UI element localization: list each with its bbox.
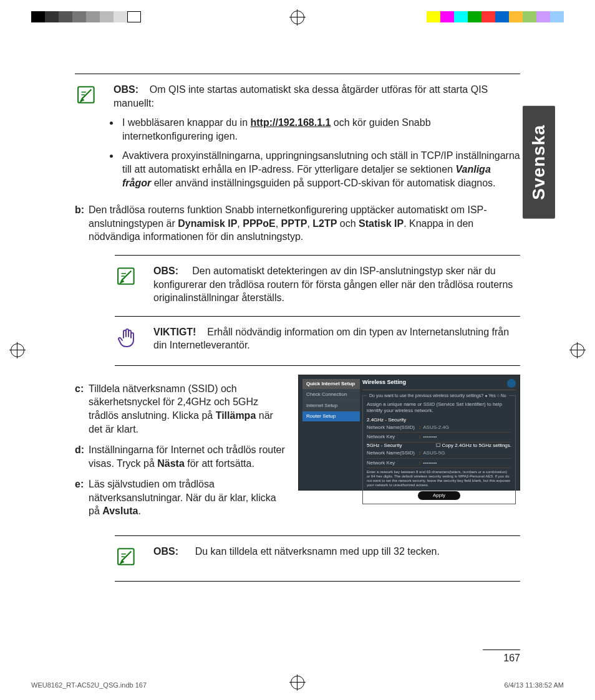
note-pencil-icon	[75, 83, 100, 108]
divider	[115, 316, 520, 317]
step-b: b: Den trådlösa routerns funktion Snabb …	[75, 203, 520, 244]
step-e: e: Läs självstudien om trådlösa nätverks…	[75, 477, 287, 518]
qis-step-check-connection: Check Connection	[302, 389, 360, 400]
apply-button[interactable]: Apply	[418, 491, 460, 500]
note-label: OBS:	[114, 84, 138, 95]
note-pencil-icon	[115, 264, 140, 289]
note-label: OBS:	[153, 546, 178, 557]
divider	[115, 581, 520, 582]
note-box-ssid-length: OBS: Du kan tilldela ett nätverksnamn me…	[115, 545, 520, 570]
divider	[75, 74, 520, 74]
note-intro: Om QIS inte startas automatiskt ska dess…	[114, 84, 488, 108]
registration-mark-icon	[11, 343, 24, 357]
step-label: b:	[75, 203, 89, 244]
qis-step-router-setup: Router Setup	[302, 411, 360, 421]
important-label: VIKTIGT!	[153, 327, 196, 337]
divider	[115, 255, 520, 256]
qis-step-internet-setup: Internet Setup	[302, 400, 360, 411]
language-tab: Svenska	[523, 106, 555, 219]
bullet-browser-url: I webbläsaren knappar du in http://192.1…	[120, 116, 520, 143]
router-admin-screenshot: Quick Internet Setup Check Connection In…	[298, 375, 520, 491]
registration-mark-icon	[291, 11, 304, 24]
bullet-proxy-tcpip: Avaktivera proxyinställningarna, uppring…	[120, 149, 520, 189]
note-pencil-icon	[115, 545, 140, 570]
divider	[115, 365, 520, 366]
router-url-link[interactable]: http://192.168.1.1	[250, 117, 331, 128]
home-icon	[507, 379, 516, 388]
step-c: c: Tilldela nätverksnamn (SSID) och säke…	[75, 382, 287, 436]
qis-sidebar-header: Quick Internet Setup	[302, 379, 360, 389]
imprint-line: WEU8162_RT-AC52U_QSG.indb 167 6/4/13 11:…	[31, 681, 564, 689]
note-box-auto-detect: OBS: Den automatiskt detekteringen av di…	[115, 264, 520, 305]
registration-mark-icon	[571, 343, 584, 357]
page-number: 167	[483, 650, 520, 664]
step-d: d: Inställningarna för Internet och tråd…	[75, 443, 287, 470]
note-label: OBS:	[153, 266, 178, 276]
panel-title: Wireless Setting	[362, 379, 406, 388]
hand-stop-icon	[115, 325, 140, 354]
note-box-qis-manual: OBS: Om QIS inte startas automatiskt ska…	[75, 83, 520, 196]
imprint-file: WEU8162_RT-AC52U_QSG.indb 167	[31, 681, 147, 689]
divider	[115, 535, 520, 536]
imprint-timestamp: 6/4/13 11:38:52 AM	[505, 681, 564, 689]
important-box: VIKTIGT! Erhåll nödvändig information om…	[115, 325, 520, 354]
